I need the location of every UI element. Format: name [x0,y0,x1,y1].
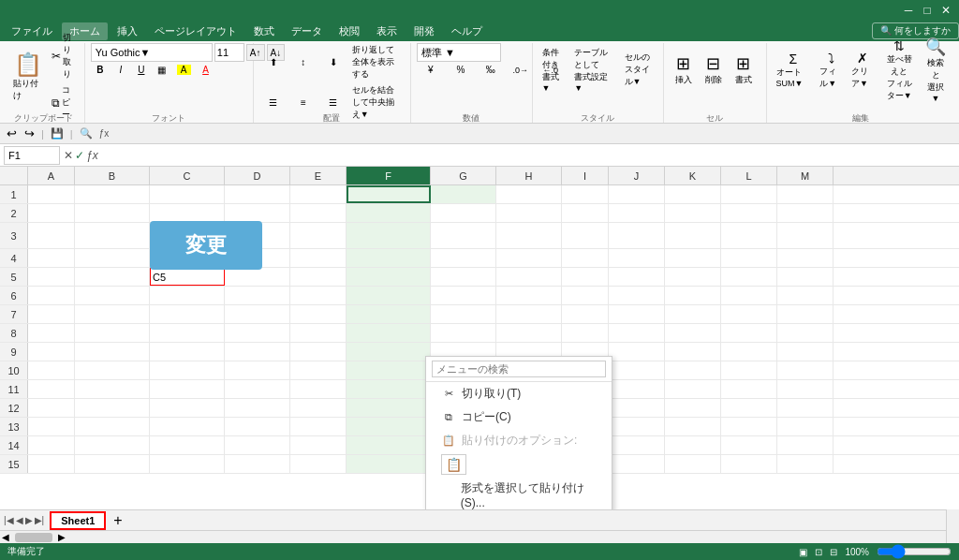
save-button[interactable]: 💾 [48,127,66,140]
cell-j3[interactable] [609,223,665,248]
align-right-button[interactable]: ☰ [319,96,347,109]
col-header-e[interactable]: E [290,167,347,184]
cell-button-henko[interactable]: 変更 [150,221,262,270]
cell-f4[interactable] [347,249,431,267]
fill-button[interactable]: ⤵フィル▼ [816,49,846,92]
ctx-copy[interactable]: ⧉ コピー(C) [426,405,612,429]
cell-g4[interactable] [431,249,496,267]
cell-l4[interactable] [721,249,777,267]
cell-a5[interactable] [28,268,75,286]
cell-a4[interactable] [28,249,75,267]
comma-button[interactable]: % [447,64,475,76]
cell-j2[interactable] [609,204,665,222]
menu-formula[interactable]: 数式 [246,22,282,40]
cell-l5[interactable] [721,268,777,286]
conditional-format-button[interactable]: 条件付き書式▼ [539,45,569,95]
cell-c5[interactable]: C5 [150,268,225,286]
cell-a3[interactable] [28,223,75,248]
insert-function-icon[interactable]: ƒx [86,149,98,162]
insert-button[interactable]: ⊞挿入 [670,52,698,88]
cell-l3[interactable] [721,223,777,248]
format-button[interactable]: ⊞書式 [730,52,758,88]
cell-g3[interactable] [431,223,496,248]
cell-m2[interactable] [777,204,834,222]
cell-h1[interactable] [496,185,562,203]
cell-g2[interactable] [431,204,496,222]
confirm-formula-icon[interactable]: ✓ [75,149,84,162]
view-page-break-icon[interactable]: ⊟ [830,547,837,557]
decimal-inc-button[interactable]: .0→ [507,65,535,76]
cut-button[interactable]: ✂切り取り [49,31,79,81]
cell-h4[interactable] [496,249,562,267]
cell-j5[interactable] [609,268,665,286]
align-bot-button[interactable]: ⬇ [319,56,347,68]
cell-e3[interactable] [290,223,347,248]
cell-a1[interactable] [28,185,75,203]
cell-b2[interactable] [75,204,150,222]
cell-d2[interactable] [225,204,290,222]
col-header-i[interactable]: I [562,167,609,184]
cell-m3[interactable] [777,223,834,248]
cancel-formula-icon[interactable]: ✕ [64,149,73,162]
min-button[interactable]: ─ [899,1,918,20]
close-button[interactable]: ✕ [937,1,955,20]
max-button[interactable]: □ [918,1,937,20]
col-header-d[interactable]: D [225,167,290,184]
cell-i3[interactable] [562,223,609,248]
delete-button[interactable]: ⊟削除 [700,52,728,88]
table-format-button[interactable]: テーブルとして書式設定▼ [570,45,618,95]
paste-option-btn[interactable]: 📋 [441,454,466,475]
cell-k4[interactable] [665,249,721,267]
formula-input[interactable] [102,150,955,161]
cell-b3[interactable] [75,223,150,248]
underline-button[interactable]: U [132,64,151,76]
cell-m5[interactable] [777,268,834,286]
percent-button[interactable]: ¥ [417,64,445,76]
menu-review[interactable]: 校閲 [332,22,367,40]
clear-button[interactable]: ✗クリア▼ [848,49,878,92]
view-layout-icon[interactable]: ⊡ [815,547,822,557]
menu-help[interactable]: ヘルプ [444,22,490,40]
add-sheet-button[interactable]: + [108,510,127,531]
cell-e1[interactable] [290,185,347,203]
cell-d1[interactable] [225,185,290,203]
number-format-box[interactable]: 標準 ▼ [417,43,501,62]
cell-h5[interactable] [496,268,562,286]
cell-i4[interactable] [562,249,609,267]
cell-m1[interactable] [777,185,834,203]
comma2-button[interactable]: ‰ [477,64,505,76]
ctx-paste-special[interactable]: 形式を選択して貼り付け(S)... [426,477,612,509]
sheet-nav-first[interactable]: |◀ [4,515,14,525]
cell-l2[interactable] [721,204,777,222]
col-header-c[interactable]: C [150,167,225,184]
menu-view[interactable]: 表示 [369,22,405,40]
cell-k2[interactable] [665,204,721,222]
scroll-right-btn[interactable]: ▶ [56,532,67,542]
menu-insert[interactable]: 挿入 [110,22,145,40]
font-name-box[interactable]: Yu Gothic ▼ [91,43,213,62]
cell-k3[interactable] [665,223,721,248]
wrap-text-button[interactable]: 折り返して全体を表示する [349,43,405,81]
menu-data[interactable]: データ [284,22,330,40]
cell-b5[interactable] [75,268,150,286]
find-select-button[interactable]: 🔍検索と選択▼ [922,35,950,105]
autosum-button[interactable]: ΣオートSUM▼ [773,50,815,90]
cell-h3[interactable] [496,223,562,248]
cell-b4[interactable] [75,249,150,267]
cell-f3[interactable] [347,223,431,248]
col-header-j[interactable]: J [609,167,665,184]
align-center-button[interactable]: ≡ [289,96,317,109]
cell-f1[interactable] [347,185,431,203]
col-header-l[interactable]: L [721,167,777,184]
cell-k1[interactable] [665,185,721,203]
col-header-h[interactable]: H [496,167,562,184]
col-header-m[interactable]: M [777,167,834,184]
sheet-nav-next[interactable]: ▶ [25,515,33,525]
cell-g5[interactable] [431,268,496,286]
align-left-button[interactable]: ☰ [259,96,288,109]
cell-j4[interactable] [609,249,665,267]
font-color-button[interactable]: A [197,64,215,76]
menu-page-layout[interactable]: ページレイアウト [147,22,244,40]
cell-a2[interactable] [28,204,75,222]
cell-d5[interactable] [225,268,290,286]
